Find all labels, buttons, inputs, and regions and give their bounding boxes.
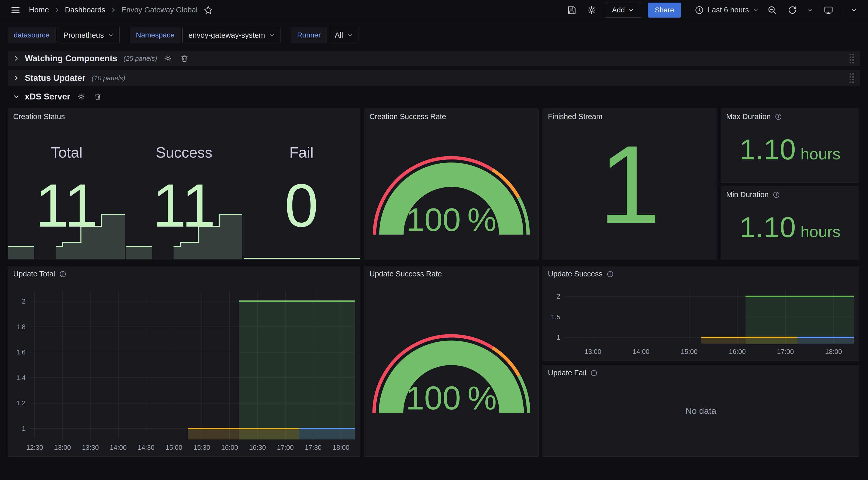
time-range-label: Last 6 hours — [708, 6, 749, 14]
panel-title-text: Creation Status — [13, 112, 65, 121]
toolbar-divider — [688, 5, 688, 15]
panel-title[interactable]: Update Success — [548, 270, 614, 278]
panel-title[interactable]: Update Success Rate — [369, 270, 442, 278]
share-button-label: Share — [655, 6, 674, 14]
svg-text:17:00: 17:00 — [277, 444, 294, 451]
duration-number: 1.10 — [739, 213, 796, 242]
svg-text:2: 2 — [22, 297, 26, 305]
panel-finished-stream: Finished Stream 1 — [542, 109, 717, 260]
info-icon[interactable] — [773, 191, 780, 199]
svg-text:15:30: 15:30 — [193, 444, 210, 451]
refresh-icon[interactable] — [785, 3, 799, 17]
duration-unit: hours — [800, 214, 840, 241]
svg-text:1.8: 1.8 — [16, 323, 26, 331]
row-settings-gear-icon[interactable] — [162, 53, 174, 64]
svg-text:15:00: 15:00 — [165, 444, 182, 451]
top-navigation-bar: Home Dashboards Envoy Gateway Global Add — [0, 0, 868, 20]
svg-text:18:00: 18:00 — [825, 348, 842, 356]
svg-text:1.5: 1.5 — [551, 313, 560, 321]
info-icon[interactable] — [59, 270, 66, 278]
panel-title[interactable]: Finished Stream — [548, 112, 602, 121]
row-status-updater[interactable]: Status Updater (10 panels) — [8, 70, 860, 86]
chevron-down-icon — [628, 7, 634, 13]
svg-text:100 %: 100 % — [406, 201, 497, 238]
panel-title-text: Max Duration — [726, 112, 771, 121]
chevron-down-icon — [108, 32, 114, 38]
panel-creation-status: Creation Status Total 11 Success 11 Fail… — [8, 109, 361, 260]
clock-icon — [695, 5, 704, 15]
info-icon[interactable] — [607, 270, 614, 278]
hamburger-menu-icon[interactable] — [9, 3, 22, 17]
panel-update-fail: Update Fail No data — [542, 365, 859, 457]
time-series-chart[interactable]: 12:3013:0013:3014:0014:3015:0015:3016:00… — [8, 283, 359, 456]
svg-text:12:30: 12:30 — [26, 444, 43, 451]
variable-datasource-dropdown[interactable]: Prometheus — [58, 27, 120, 43]
panel-title-text: Creation Success Rate — [369, 112, 446, 121]
save-dashboard-icon[interactable] — [565, 3, 578, 17]
svg-text:17:00: 17:00 — [777, 348, 794, 356]
panel-title[interactable]: Update Total — [13, 270, 66, 278]
time-series-chart[interactable]: 13:0014:0015:0016:0017:0018:0011.52 — [543, 282, 858, 360]
row-delete-trash-icon[interactable] — [179, 53, 190, 64]
dashboard-settings-gear-icon[interactable] — [585, 3, 598, 17]
svg-text:1: 1 — [557, 333, 560, 341]
duration-unit: hours — [800, 136, 840, 163]
variable-datasource-label: datasource — [8, 27, 56, 43]
refresh-interval-chevron-icon[interactable] — [806, 3, 815, 17]
stat-label: Total — [8, 144, 125, 161]
panel-update-total: Update Total 12:3013:0013:3014:0014:3015… — [8, 266, 361, 457]
svg-text:16:00: 16:00 — [221, 444, 238, 451]
breadcrumb-home[interactable]: Home — [29, 6, 49, 14]
panel-creation-success-rate: Creation Success Rate 100 % — [364, 109, 538, 260]
zoom-out-time-icon[interactable] — [766, 3, 779, 17]
row-title: Watching Components — [25, 54, 117, 63]
chevron-right-icon — [13, 55, 20, 62]
svg-text:17:30: 17:30 — [305, 444, 322, 451]
max-duration-value: 1.10 hours — [721, 117, 859, 182]
panel-title[interactable]: Min Duration — [726, 190, 780, 199]
variable-runner-dropdown[interactable]: All — [329, 27, 359, 43]
panel-title[interactable]: Creation Success Rate — [369, 112, 446, 121]
row-xds-server[interactable]: xDS Server — [8, 90, 860, 103]
panel-title[interactable]: Update Fail — [548, 369, 597, 377]
panel-update-success-rate: Update Success Rate 100 % — [364, 266, 538, 457]
duration-number: 1.10 — [739, 135, 796, 164]
info-icon[interactable] — [590, 369, 597, 377]
row-drag-handle[interactable] — [848, 53, 855, 64]
chevron-down-icon — [269, 32, 275, 38]
svg-text:1.2: 1.2 — [16, 399, 26, 407]
row-delete-trash-icon[interactable] — [92, 91, 103, 102]
chevron-right-icon — [110, 7, 117, 13]
svg-text:100 %: 100 % — [406, 380, 497, 416]
add-button[interactable]: Add — [605, 3, 641, 18]
variable-namespace-label: Namespace — [130, 27, 180, 43]
share-button[interactable]: Share — [648, 3, 681, 18]
breadcrumb-dashboards[interactable]: Dashboards — [65, 6, 105, 14]
svg-text:13:00: 13:00 — [54, 444, 71, 451]
panel-title[interactable]: Max Duration — [726, 112, 782, 121]
row-drag-handle[interactable] — [848, 72, 855, 84]
panel-min-duration: Min Duration 1.10 hours — [721, 186, 859, 260]
stat-label: Fail — [243, 144, 360, 161]
variable-namespace-value: envoy-gateway-system — [188, 31, 265, 39]
gauge-creation-success-rate: 100 % — [369, 129, 533, 255]
row-title: Status Updater — [25, 73, 86, 83]
dashboard-variables: datasource Prometheus Namespace envoy-ga… — [8, 27, 359, 43]
row-watching-components[interactable]: Watching Components (25 panels) — [8, 51, 860, 66]
panel-title[interactable]: Creation Status — [13, 112, 65, 121]
kiosk-mode-monitor-icon[interactable] — [822, 3, 835, 17]
time-range-picker[interactable]: Last 6 hours — [695, 5, 759, 15]
variable-namespace-dropdown[interactable]: envoy-gateway-system — [182, 27, 281, 43]
chevron-right-icon — [13, 74, 20, 81]
svg-text:14:00: 14:00 — [110, 444, 127, 451]
row-settings-gear-icon[interactable] — [75, 91, 87, 102]
panel-title-text: Min Duration — [726, 190, 769, 199]
breadcrumb: Home Dashboards Envoy Gateway Global — [29, 4, 214, 16]
no-data-message: No data — [543, 365, 859, 456]
stat-label: Success — [125, 144, 243, 161]
collapse-toolbar-chevron-icon[interactable] — [849, 3, 859, 17]
favorite-star-icon[interactable] — [202, 4, 214, 16]
info-icon[interactable] — [775, 113, 782, 120]
svg-text:16:00: 16:00 — [729, 348, 746, 356]
svg-text:1.4: 1.4 — [16, 374, 26, 382]
